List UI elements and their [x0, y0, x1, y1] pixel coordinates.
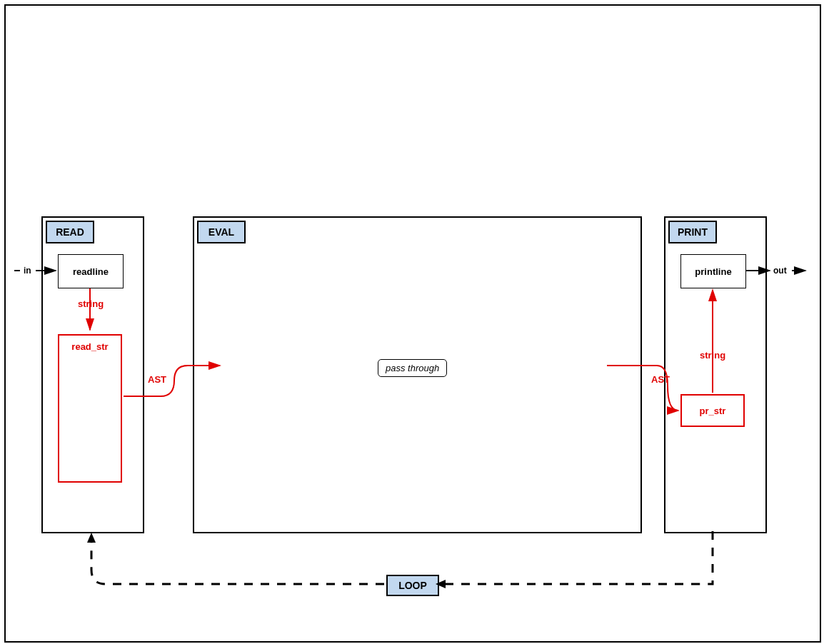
- label-pass-through: pass through: [378, 359, 447, 377]
- label-ast-out: AST: [148, 374, 166, 385]
- box-pr-str-label: pr_str: [700, 406, 726, 416]
- panel-print-title: PRINT: [668, 221, 717, 243]
- label-ast-in: AST: [651, 374, 670, 385]
- label-print-string: string: [700, 350, 725, 361]
- box-read-str: read_str: [58, 334, 122, 483]
- box-printline: printline: [680, 254, 746, 288]
- panel-loop-title: LOOP: [386, 575, 439, 596]
- label-in: in: [24, 266, 31, 276]
- label-read-string: string: [78, 298, 104, 309]
- label-out: out: [773, 266, 787, 276]
- panel-eval-title: EVAL: [197, 221, 246, 243]
- diagram-canvas: READ EVAL PRINT LOOP readline printline …: [0, 0, 824, 644]
- box-readline: readline: [58, 254, 124, 288]
- box-pr-str: pr_str: [680, 394, 745, 427]
- panel-read-title: READ: [46, 221, 94, 243]
